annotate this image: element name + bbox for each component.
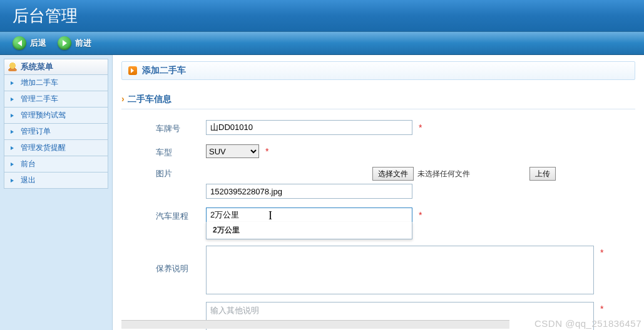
- required-star: *: [419, 122, 422, 132]
- label-image: 图片: [156, 168, 206, 179]
- plate-input[interactable]: [206, 120, 412, 135]
- user-icon: [8, 62, 17, 71]
- sidebar-item-label: 前台: [21, 159, 36, 169]
- upload-button[interactable]: 上传: [529, 167, 556, 181]
- bullet-icon: [9, 112, 16, 119]
- sidebar-item-label: 退出: [21, 175, 36, 186]
- bullet-icon: [9, 145, 16, 151]
- bullet-icon: [9, 80, 16, 86]
- row-image-name: [156, 183, 635, 199]
- row-image-file: 图片 选择文件 未选择任何文件 上传: [156, 167, 635, 181]
- label-mileage: 汽车里程: [156, 209, 206, 222]
- sidebar-header: 系统菜单: [4, 59, 108, 75]
- back-label: 后退: [30, 38, 46, 49]
- row-type: 车型 SUV *: [156, 143, 635, 159]
- app-title: 后台管理: [13, 5, 78, 27]
- label-type: 车型: [156, 145, 206, 158]
- main-container: 系统菜单 增加二手车 管理二手车 管理预约试驾 管理订单 管理发货提醒 前台 退…: [0, 55, 644, 330]
- page-title-bar: 添加二手车: [121, 61, 635, 80]
- autocomplete-dropdown: 2万公里: [206, 222, 412, 239]
- horizontal-scrollbar[interactable]: [121, 320, 509, 329]
- bullet-icon: [9, 161, 16, 168]
- file-area: 选择文件 未选择任何文件: [372, 167, 470, 181]
- bullet-icon: [9, 96, 16, 102]
- sidebar-item-label: 管理预约试驾: [21, 110, 66, 121]
- sidebar-item-shipping[interactable]: 管理发货提醒: [4, 140, 108, 156]
- sidebar-item-manage-car[interactable]: 管理二手车: [4, 91, 108, 108]
- nav-bar: 后退 前进: [0, 31, 644, 55]
- image-name-input[interactable]: [206, 184, 412, 199]
- required-star: *: [265, 146, 268, 156]
- sidebar-item-exit[interactable]: 退出: [4, 172, 108, 189]
- required-star: *: [419, 210, 422, 220]
- sidebar-item-label: 管理订单: [21, 126, 51, 137]
- app-header: 后台管理: [0, 0, 644, 31]
- sidebar-item-add-car[interactable]: 增加二手车: [4, 75, 108, 91]
- forward-label: 前进: [75, 38, 91, 49]
- sidebar-item-orders[interactable]: 管理订单: [4, 124, 108, 140]
- autocomplete-item[interactable]: 2万公里: [207, 222, 412, 239]
- bullet-icon: [9, 129, 16, 135]
- bullet-icon: [9, 178, 16, 184]
- chevron-icon: ›: [121, 94, 125, 104]
- page-title-icon: [128, 66, 137, 75]
- section-title: ›二手车信息: [121, 94, 635, 109]
- required-star: *: [600, 304, 603, 314]
- sidebar-item-frontend[interactable]: 前台: [4, 156, 108, 172]
- forward-button[interactable]: 前进: [58, 36, 91, 50]
- required-star: *: [600, 248, 603, 258]
- forward-arrow-icon: [58, 36, 71, 50]
- row-plate: 车牌号 *: [156, 119, 635, 136]
- sidebar-item-label: 增加二手车: [21, 78, 58, 88]
- mileage-input[interactable]: [206, 208, 412, 222]
- type-select[interactable]: SUV: [206, 144, 259, 158]
- sidebar-header-label: 系统菜单: [21, 61, 53, 72]
- sidebar: 系统菜单 增加二手车 管理二手车 管理预约试驾 管理订单 管理发货提醒 前台 退…: [0, 55, 113, 330]
- label-plate: 车牌号: [156, 121, 206, 134]
- label-maintenance: 保养说明: [156, 246, 206, 274]
- row-mileage: 汽车里程 * I 2万公里: [156, 207, 635, 223]
- sidebar-item-label: 管理二手车: [21, 94, 58, 104]
- choose-file-button[interactable]: 选择文件: [372, 167, 414, 181]
- maintenance-textarea[interactable]: [206, 246, 594, 294]
- back-button[interactable]: 后退: [13, 36, 46, 50]
- form-area: 车牌号 * 车型 SUV * 图片 选择文件 未选择任何文件 上传: [121, 119, 635, 330]
- back-arrow-icon: [13, 36, 26, 50]
- file-status: 未选择任何文件: [417, 169, 470, 179]
- content-area: 添加二手车 ›二手车信息 车牌号 * 车型 SUV * 图片 选择文件: [113, 55, 644, 330]
- sidebar-item-label: 管理发货提醒: [21, 142, 66, 153]
- label-spacer: [156, 191, 206, 192]
- sidebar-item-test-drive[interactable]: 管理预约试驾: [4, 108, 108, 124]
- page-title: 添加二手车: [142, 65, 186, 76]
- row-maintenance: 保养说明 *: [156, 246, 635, 294]
- section-title-text: 二手车信息: [128, 94, 171, 104]
